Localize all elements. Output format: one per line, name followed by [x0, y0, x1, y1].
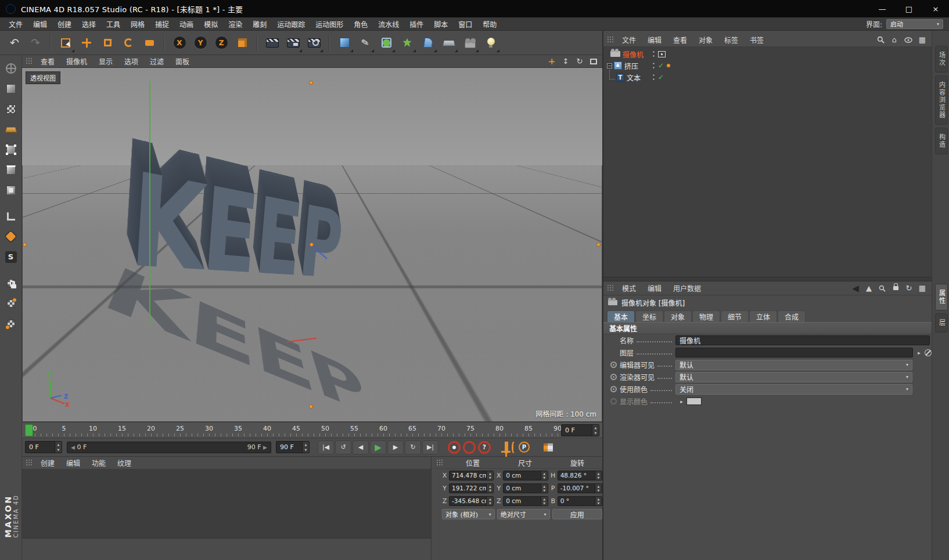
- spinner-arrows[interactable]: ▲▼: [541, 497, 548, 505]
- menu-item-17[interactable]: 窗口: [453, 17, 477, 31]
- menu-item-18[interactable]: 帮助: [477, 17, 502, 31]
- menu-item-5[interactable]: 网格: [125, 17, 150, 31]
- polygons-mode-button[interactable]: [1, 180, 21, 200]
- name-input[interactable]: 摄像机: [675, 335, 930, 345]
- make-editable-button[interactable]: [1, 59, 21, 78]
- redo-button[interactable]: ↷: [26, 32, 45, 53]
- menu-item-10[interactable]: 雕刻: [247, 17, 272, 31]
- attribute-tab-0[interactable]: 基本: [607, 310, 635, 322]
- object-manager-menu-2[interactable]: 查看: [667, 37, 693, 45]
- menu-item-16[interactable]: 脚本: [429, 17, 453, 31]
- menu-item-11[interactable]: 运动跟踪: [272, 17, 310, 31]
- autokey-button[interactable]: [463, 441, 476, 454]
- spinner-arrows[interactable]: ▲▼: [486, 497, 493, 505]
- menu-item-15[interactable]: 插件: [404, 17, 429, 31]
- menu-item-7[interactable]: 动画: [174, 17, 199, 31]
- object-name-extrude[interactable]: 挤压: [622, 61, 638, 71]
- edges-mode-button[interactable]: [1, 160, 21, 179]
- axis-mode-button[interactable]: [1, 207, 21, 226]
- spinner-arrows[interactable]: ▲▼: [541, 471, 548, 480]
- keyframe-circle[interactable]: [607, 374, 620, 380]
- object-manager-menu-3[interactable]: 对象: [693, 37, 718, 45]
- renderer-visibility-select[interactable]: 默认▾: [675, 372, 912, 382]
- lock-y-button[interactable]: Y: [190, 32, 210, 53]
- position-x-input[interactable]: 714.478 cm▲▼: [449, 471, 494, 480]
- eye-icon[interactable]: [904, 35, 913, 45]
- spinner-arrows[interactable]: ▲▼: [595, 497, 602, 505]
- rotation-p-input[interactable]: -10.007 °▲▼: [558, 483, 602, 493]
- scale-tool-button[interactable]: [98, 32, 117, 53]
- ruler-track[interactable]: 051015202530354045505560657075808590: [22, 422, 558, 438]
- position-z-input[interactable]: -345.648 cm▲▼: [449, 496, 494, 506]
- dolly-view-icon[interactable]: ↕: [560, 57, 571, 66]
- play-button[interactable]: ▶: [370, 440, 386, 454]
- deformer-button[interactable]: [418, 32, 438, 53]
- view-label[interactable]: 透视视图: [26, 71, 60, 84]
- spinner-arrows[interactable]: ▲▼: [592, 425, 599, 436]
- material-menu-0[interactable]: 创建: [35, 460, 60, 468]
- orbit-view-icon[interactable]: ↻: [574, 57, 585, 66]
- spinner-arrows[interactable]: ▲▼: [486, 471, 493, 480]
- camera-handle-left[interactable]: [23, 243, 27, 247]
- visibility-dots[interactable]: [652, 74, 655, 81]
- object-manager-menu-4[interactable]: 标签: [718, 37, 744, 45]
- material-list-area[interactable]: [22, 469, 431, 539]
- attribute-tab-6[interactable]: 合成: [778, 310, 806, 322]
- camera-handle-center[interactable]: [310, 243, 314, 247]
- object-manager-menu-0[interactable]: 文件: [616, 37, 642, 45]
- viewport-menu-1[interactable]: 摄像机: [60, 58, 93, 66]
- edge-tab-top-0[interactable]: 场次: [935, 46, 948, 73]
- size-y-input[interactable]: 0 cm▲▼: [503, 483, 548, 493]
- camera-handle-top[interactable]: [309, 81, 313, 85]
- enable-check-icon[interactable]: ✓: [658, 62, 664, 70]
- size-x-input[interactable]: 0 cm▲▼: [503, 471, 548, 480]
- ruler-frame-spinner[interactable]: 0 F ▲▼: [561, 424, 599, 436]
- add-cube-button[interactable]: [335, 32, 354, 53]
- rotate-tool-button[interactable]: [118, 32, 138, 53]
- current-frame-marker[interactable]: [25, 424, 33, 436]
- attribute-tab-4[interactable]: 细节: [721, 310, 749, 322]
- camera-view-toggle[interactable]: [658, 51, 666, 57]
- panel-grip[interactable]: [607, 284, 613, 292]
- object-name-text[interactable]: 文本: [624, 73, 641, 82]
- rotation-h-input[interactable]: 48.826 °▲▼: [558, 471, 602, 480]
- home-icon[interactable]: ⌂: [890, 35, 899, 45]
- texture-mode-button[interactable]: [1, 99, 21, 118]
- menu-item-14[interactable]: 流水线: [373, 17, 404, 31]
- expand-color-icon[interactable]: ▸: [678, 397, 685, 406]
- camera-handle-right[interactable]: [596, 243, 601, 247]
- attribute-tab-3[interactable]: 物理: [692, 310, 720, 322]
- menu-item-1[interactable]: 编辑: [28, 17, 52, 31]
- render-picture-viewer-button[interactable]: [283, 32, 303, 53]
- enable-check-icon[interactable]: ✓: [658, 73, 664, 81]
- menu-item-0[interactable]: 文件: [3, 17, 28, 31]
- edge-tab-bottom-1[interactable]: 层: [935, 313, 948, 333]
- edge-tab-bottom-0[interactable]: 属性: [935, 284, 948, 310]
- refresh-icon[interactable]: ↻: [904, 284, 914, 293]
- render-view-button[interactable]: [263, 32, 282, 53]
- spinner-arrows[interactable]: ▲▼: [595, 471, 602, 480]
- object-manager-menu-5[interactable]: 书签: [744, 37, 770, 45]
- material-menu-1[interactable]: 编辑: [60, 460, 86, 468]
- size-z-input[interactable]: 0 cm▲▼: [503, 496, 548, 506]
- coordinate-mode-select[interactable]: 对象 (相对)▾: [442, 509, 495, 519]
- interface-select[interactable]: 启动 ▾: [886, 19, 943, 29]
- section-header[interactable]: 基本属性: [603, 322, 932, 334]
- next-frame-button[interactable]: ▶: [387, 440, 404, 454]
- subdivision-surface-button[interactable]: [376, 32, 396, 53]
- maximize-button[interactable]: □: [896, 0, 922, 17]
- menu-item-4[interactable]: 工具: [101, 17, 125, 31]
- current-frame-spinner[interactable]: 0 F ▲▼: [25, 441, 62, 453]
- use-color-select[interactable]: 关闭▾: [675, 384, 912, 395]
- menu-item-2[interactable]: 创建: [52, 17, 77, 31]
- panel-divider[interactable]: [603, 277, 932, 281]
- move-tool-button[interactable]: [77, 32, 96, 53]
- undo-button[interactable]: ↶: [5, 32, 24, 53]
- spinner-arrows[interactable]: ▲▼: [486, 484, 493, 493]
- search-icon[interactable]: [878, 284, 887, 293]
- keyframe-selection-button[interactable]: ?: [478, 441, 491, 454]
- play-backward-button[interactable]: ↺: [335, 440, 351, 454]
- loop-button[interactable]: ↻: [405, 440, 421, 454]
- history-back-icon[interactable]: ◀: [851, 284, 860, 293]
- attribute-menu-0[interactable]: 模式: [616, 285, 642, 293]
